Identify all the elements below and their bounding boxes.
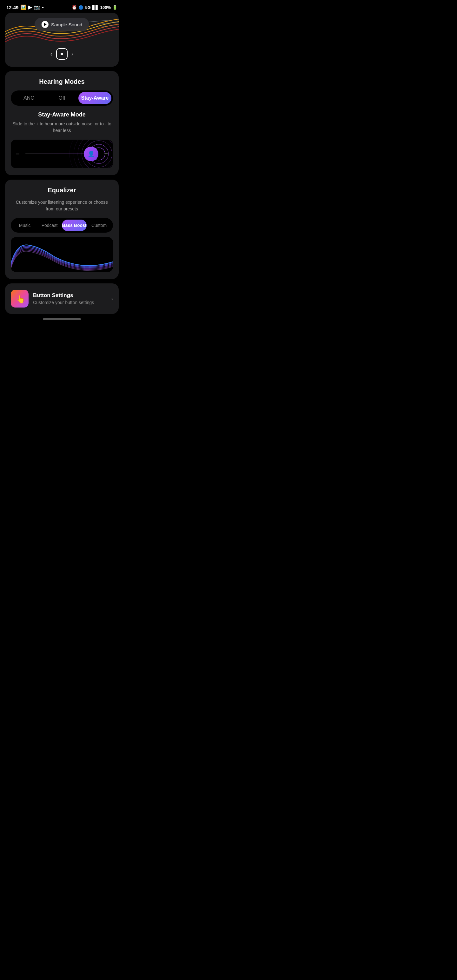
svg-text:👆: 👆 <box>16 294 25 304</box>
instagram-icon: 📷 <box>34 5 40 10</box>
equalizer-card: Equalizer Customize your listening exper… <box>5 180 119 279</box>
eq-visual <box>11 237 113 272</box>
nav-dot <box>61 52 63 55</box>
signal-icon: ▋▋ <box>92 5 99 10</box>
battery-label: 100% <box>100 5 111 10</box>
youtube-icon: ▶ <box>28 5 32 10</box>
tab-off[interactable]: Off <box>45 92 78 104</box>
bluetooth-icon: 🔵 <box>78 5 83 10</box>
equalizer-title: Equalizer <box>11 187 113 194</box>
button-settings-title: Button Settings <box>33 292 107 299</box>
eq-svg <box>11 237 113 272</box>
eq-tabs: Music Podcast Bass Boost Custom <box>11 218 113 232</box>
slider-minus[interactable]: − <box>16 150 20 158</box>
home-indicator <box>43 318 81 320</box>
eq-tab-music[interactable]: Music <box>13 220 37 231</box>
next-arrow[interactable]: › <box>72 51 73 57</box>
network-label: 5G <box>85 5 91 10</box>
hearing-modes-card: Hearing Modes ANC Off Stay-Aware Stay-Aw… <box>5 71 119 175</box>
prev-arrow[interactable]: ‹ <box>51 51 53 57</box>
button-settings-desc: Customize your button settings <box>33 300 107 305</box>
stay-aware-title: Stay-Aware Mode <box>11 111 113 118</box>
waveform-card: Sample Sound ‹ › <box>5 13 119 67</box>
person-icon: 👤 <box>88 150 95 158</box>
nav-arrows: ‹ › <box>51 48 73 60</box>
chevron-right-icon[interactable]: › <box>111 296 113 302</box>
eq-tab-custom[interactable]: Custom <box>87 220 111 231</box>
slider-plus[interactable]: + <box>104 150 108 158</box>
status-left: 12:49 🖼️ ▶ 📷 • <box>6 5 44 10</box>
hearing-modes-title: Hearing Modes <box>11 78 113 85</box>
play-icon <box>41 21 49 28</box>
tab-stay-aware[interactable]: Stay-Aware <box>78 92 111 104</box>
status-right: ⏰ 🔵 5G ▋▋ 100% 🔋 <box>72 5 118 10</box>
stay-aware-slider-container: − + 👤 <box>11 140 113 168</box>
stay-aware-desc: Slide to the + to hear more outside nois… <box>11 121 113 134</box>
nav-dot-box <box>56 48 68 60</box>
slider-handle[interactable]: 👤 <box>84 146 99 161</box>
mode-tabs: ANC Off Stay-Aware <box>11 91 113 106</box>
button-settings-text: Button Settings Customize your button se… <box>33 292 107 305</box>
status-bar: 12:49 🖼️ ▶ 📷 • ⏰ 🔵 5G ▋▋ 100% 🔋 <box>0 0 124 13</box>
eq-tab-bass-boost[interactable]: Bass Boost <box>62 220 87 231</box>
battery-icon: 🔋 <box>112 5 118 10</box>
eq-tab-podcast[interactable]: Podcast <box>37 220 62 231</box>
tab-anc[interactable]: ANC <box>13 92 45 104</box>
dot-indicator: • <box>42 5 43 10</box>
play-triangle <box>44 23 47 26</box>
sample-sound-button[interactable]: Sample Sound <box>35 18 89 31</box>
sample-sound-label: Sample Sound <box>51 22 82 27</box>
button-settings-icon: 👆 <box>11 290 29 307</box>
hand-icon: 👆 <box>14 294 25 304</box>
alarm-icon: ⏰ <box>72 5 77 10</box>
equalizer-desc: Customize your listening experience or c… <box>11 199 113 212</box>
button-settings-card[interactable]: 👆 Button Settings Customize your button … <box>5 283 119 314</box>
time: 12:49 <box>6 5 18 10</box>
photo-icon: 🖼️ <box>20 5 26 10</box>
